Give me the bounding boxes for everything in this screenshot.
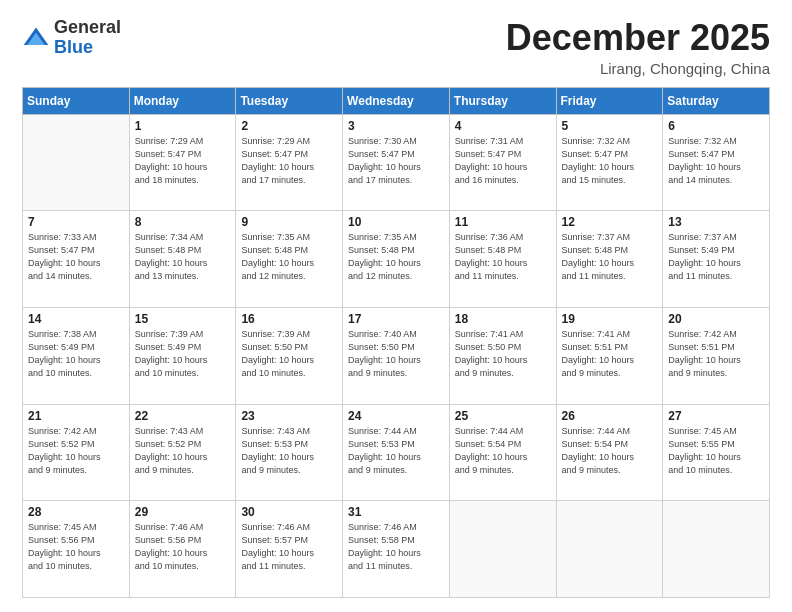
day-info: Sunrise: 7:37 AMSunset: 5:49 PMDaylight:… <box>668 231 764 283</box>
day-info: Sunrise: 7:30 AMSunset: 5:47 PMDaylight:… <box>348 135 444 187</box>
day-number: 20 <box>668 312 764 326</box>
day-cell: 17Sunrise: 7:40 AMSunset: 5:50 PMDayligh… <box>343 307 450 404</box>
day-cell: 30Sunrise: 7:46 AMSunset: 5:57 PMDayligh… <box>236 501 343 598</box>
day-cell: 14Sunrise: 7:38 AMSunset: 5:49 PMDayligh… <box>23 307 130 404</box>
day-info: Sunrise: 7:41 AMSunset: 5:51 PMDaylight:… <box>562 328 658 380</box>
day-number: 17 <box>348 312 444 326</box>
day-cell: 29Sunrise: 7:46 AMSunset: 5:56 PMDayligh… <box>129 501 236 598</box>
day-info: Sunrise: 7:44 AMSunset: 5:54 PMDaylight:… <box>455 425 551 477</box>
day-info: Sunrise: 7:37 AMSunset: 5:48 PMDaylight:… <box>562 231 658 283</box>
day-info: Sunrise: 7:32 AMSunset: 5:47 PMDaylight:… <box>668 135 764 187</box>
weekday-header-monday: Monday <box>129 87 236 114</box>
day-number: 12 <box>562 215 658 229</box>
day-cell: 21Sunrise: 7:42 AMSunset: 5:52 PMDayligh… <box>23 404 130 501</box>
day-number: 4 <box>455 119 551 133</box>
day-number: 21 <box>28 409 124 423</box>
week-row-2: 7Sunrise: 7:33 AMSunset: 5:47 PMDaylight… <box>23 211 770 308</box>
day-number: 3 <box>348 119 444 133</box>
day-info: Sunrise: 7:46 AMSunset: 5:56 PMDaylight:… <box>135 521 231 573</box>
day-info: Sunrise: 7:38 AMSunset: 5:49 PMDaylight:… <box>28 328 124 380</box>
day-info: Sunrise: 7:31 AMSunset: 5:47 PMDaylight:… <box>455 135 551 187</box>
day-number: 16 <box>241 312 337 326</box>
day-cell: 5Sunrise: 7:32 AMSunset: 5:47 PMDaylight… <box>556 114 663 211</box>
day-info: Sunrise: 7:40 AMSunset: 5:50 PMDaylight:… <box>348 328 444 380</box>
day-number: 10 <box>348 215 444 229</box>
day-info: Sunrise: 7:39 AMSunset: 5:49 PMDaylight:… <box>135 328 231 380</box>
day-cell: 1Sunrise: 7:29 AMSunset: 5:47 PMDaylight… <box>129 114 236 211</box>
day-info: Sunrise: 7:44 AMSunset: 5:54 PMDaylight:… <box>562 425 658 477</box>
week-row-5: 28Sunrise: 7:45 AMSunset: 5:56 PMDayligh… <box>23 501 770 598</box>
day-cell: 9Sunrise: 7:35 AMSunset: 5:48 PMDaylight… <box>236 211 343 308</box>
day-info: Sunrise: 7:42 AMSunset: 5:51 PMDaylight:… <box>668 328 764 380</box>
day-info: Sunrise: 7:29 AMSunset: 5:47 PMDaylight:… <box>135 135 231 187</box>
day-cell: 19Sunrise: 7:41 AMSunset: 5:51 PMDayligh… <box>556 307 663 404</box>
day-number: 25 <box>455 409 551 423</box>
day-number: 18 <box>455 312 551 326</box>
day-info: Sunrise: 7:45 AMSunset: 5:55 PMDaylight:… <box>668 425 764 477</box>
day-info: Sunrise: 7:44 AMSunset: 5:53 PMDaylight:… <box>348 425 444 477</box>
day-number: 8 <box>135 215 231 229</box>
day-info: Sunrise: 7:43 AMSunset: 5:53 PMDaylight:… <box>241 425 337 477</box>
day-cell <box>449 501 556 598</box>
day-number: 27 <box>668 409 764 423</box>
day-number: 24 <box>348 409 444 423</box>
week-row-1: 1Sunrise: 7:29 AMSunset: 5:47 PMDaylight… <box>23 114 770 211</box>
weekday-header-sunday: Sunday <box>23 87 130 114</box>
weekday-header-row: SundayMondayTuesdayWednesdayThursdayFrid… <box>23 87 770 114</box>
page: General Blue December 2025 Lirang, Chong… <box>0 0 792 612</box>
day-info: Sunrise: 7:46 AMSunset: 5:58 PMDaylight:… <box>348 521 444 573</box>
day-info: Sunrise: 7:46 AMSunset: 5:57 PMDaylight:… <box>241 521 337 573</box>
location: Lirang, Chongqing, China <box>506 60 770 77</box>
day-number: 19 <box>562 312 658 326</box>
day-info: Sunrise: 7:35 AMSunset: 5:48 PMDaylight:… <box>348 231 444 283</box>
weekday-header-saturday: Saturday <box>663 87 770 114</box>
day-info: Sunrise: 7:35 AMSunset: 5:48 PMDaylight:… <box>241 231 337 283</box>
title-block: December 2025 Lirang, Chongqing, China <box>506 18 770 77</box>
day-cell: 3Sunrise: 7:30 AMSunset: 5:47 PMDaylight… <box>343 114 450 211</box>
day-number: 22 <box>135 409 231 423</box>
day-cell: 11Sunrise: 7:36 AMSunset: 5:48 PMDayligh… <box>449 211 556 308</box>
day-number: 31 <box>348 505 444 519</box>
day-info: Sunrise: 7:39 AMSunset: 5:50 PMDaylight:… <box>241 328 337 380</box>
day-cell <box>556 501 663 598</box>
day-number: 29 <box>135 505 231 519</box>
day-info: Sunrise: 7:34 AMSunset: 5:48 PMDaylight:… <box>135 231 231 283</box>
logo-icon <box>22 24 50 52</box>
day-cell: 28Sunrise: 7:45 AMSunset: 5:56 PMDayligh… <box>23 501 130 598</box>
day-cell: 22Sunrise: 7:43 AMSunset: 5:52 PMDayligh… <box>129 404 236 501</box>
day-cell: 20Sunrise: 7:42 AMSunset: 5:51 PMDayligh… <box>663 307 770 404</box>
day-cell <box>23 114 130 211</box>
day-cell: 10Sunrise: 7:35 AMSunset: 5:48 PMDayligh… <box>343 211 450 308</box>
week-row-3: 14Sunrise: 7:38 AMSunset: 5:49 PMDayligh… <box>23 307 770 404</box>
logo: General Blue <box>22 18 121 58</box>
day-number: 26 <box>562 409 658 423</box>
day-number: 9 <box>241 215 337 229</box>
day-info: Sunrise: 7:32 AMSunset: 5:47 PMDaylight:… <box>562 135 658 187</box>
day-cell: 15Sunrise: 7:39 AMSunset: 5:49 PMDayligh… <box>129 307 236 404</box>
day-cell: 31Sunrise: 7:46 AMSunset: 5:58 PMDayligh… <box>343 501 450 598</box>
day-info: Sunrise: 7:36 AMSunset: 5:48 PMDaylight:… <box>455 231 551 283</box>
day-number: 14 <box>28 312 124 326</box>
day-cell: 27Sunrise: 7:45 AMSunset: 5:55 PMDayligh… <box>663 404 770 501</box>
day-info: Sunrise: 7:33 AMSunset: 5:47 PMDaylight:… <box>28 231 124 283</box>
day-number: 7 <box>28 215 124 229</box>
weekday-header-wednesday: Wednesday <box>343 87 450 114</box>
day-cell: 24Sunrise: 7:44 AMSunset: 5:53 PMDayligh… <box>343 404 450 501</box>
day-number: 15 <box>135 312 231 326</box>
day-number: 28 <box>28 505 124 519</box>
day-cell: 26Sunrise: 7:44 AMSunset: 5:54 PMDayligh… <box>556 404 663 501</box>
weekday-header-tuesday: Tuesday <box>236 87 343 114</box>
day-number: 30 <box>241 505 337 519</box>
logo-blue: Blue <box>54 37 93 57</box>
logo-general: General <box>54 17 121 37</box>
day-cell: 7Sunrise: 7:33 AMSunset: 5:47 PMDaylight… <box>23 211 130 308</box>
day-cell: 25Sunrise: 7:44 AMSunset: 5:54 PMDayligh… <box>449 404 556 501</box>
day-cell: 13Sunrise: 7:37 AMSunset: 5:49 PMDayligh… <box>663 211 770 308</box>
day-info: Sunrise: 7:42 AMSunset: 5:52 PMDaylight:… <box>28 425 124 477</box>
weekday-header-friday: Friday <box>556 87 663 114</box>
day-info: Sunrise: 7:29 AMSunset: 5:47 PMDaylight:… <box>241 135 337 187</box>
day-cell: 16Sunrise: 7:39 AMSunset: 5:50 PMDayligh… <box>236 307 343 404</box>
day-cell: 8Sunrise: 7:34 AMSunset: 5:48 PMDaylight… <box>129 211 236 308</box>
day-number: 23 <box>241 409 337 423</box>
logo-text: General Blue <box>54 18 121 58</box>
